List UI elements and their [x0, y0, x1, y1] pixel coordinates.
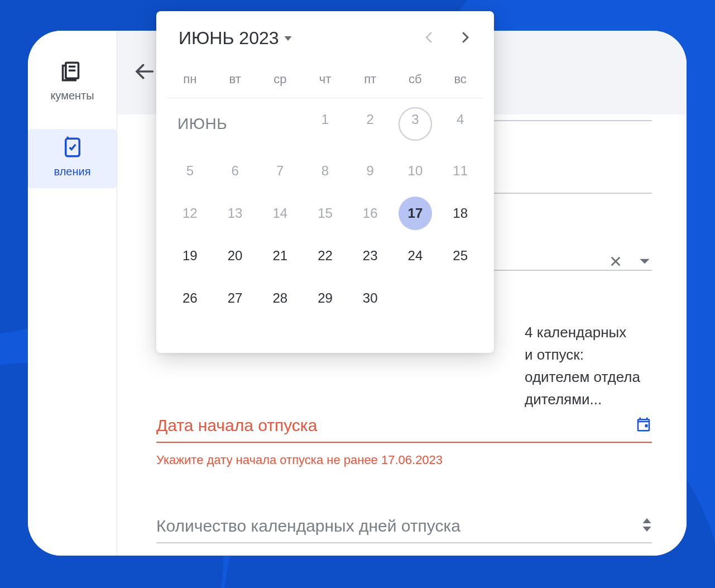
clear-icon[interactable]	[608, 254, 623, 271]
calendar-day[interactable]: 12	[167, 192, 213, 235]
date-start-label: Дата начала отпуска	[156, 416, 317, 435]
info-line: одителем отдела	[525, 366, 653, 388]
back-button[interactable]	[134, 60, 156, 85]
svg-rect-4	[645, 424, 648, 427]
calendar-day[interactable]: 28	[257, 277, 303, 319]
calendar-day[interactable]: 17	[393, 192, 438, 235]
calendar-day[interactable]: 18	[438, 192, 483, 235]
calendar-next-button[interactable]	[458, 31, 472, 46]
number-stepper-icon[interactable]	[642, 517, 652, 536]
calendar-day[interactable]: 10	[393, 150, 438, 192]
calendar-dow: ср	[257, 65, 303, 98]
calendar-day[interactable]: 5	[167, 150, 213, 192]
calendar-dow: пт	[348, 65, 393, 98]
calendar-grid: пнвтсрчтптсбвсИЮНЬ1234567891011121314151…	[167, 65, 483, 319]
calendar-day[interactable]: 19	[167, 235, 213, 277]
calendar-day[interactable]: 8	[303, 150, 348, 192]
calendar-day[interactable]: 3	[393, 98, 438, 150]
calendar-day[interactable]: 29	[303, 277, 348, 319]
calendar-prev-button[interactable]	[423, 31, 436, 46]
calendar-day[interactable]: 11	[438, 150, 483, 192]
day-count-field[interactable]: Количество календарных дней отпуска	[156, 517, 652, 543]
chevron-down-icon[interactable]	[637, 254, 652, 271]
calendar-dow: пн	[167, 65, 213, 98]
calendar-day[interactable]: 13	[213, 192, 258, 235]
calendar-day	[438, 277, 483, 319]
calendar-dow: сб	[393, 65, 438, 98]
calendar-popover: ИЮНЬ 2023 пнвтсрчтптсбвсИЮНЬ123456789101…	[156, 11, 494, 353]
calendar-day[interactable]: 9	[348, 150, 393, 192]
calendar-day[interactable]: 2	[348, 98, 393, 150]
day-count-label: Количество календарных дней отпуска	[156, 517, 460, 536]
calendar-day[interactable]: 26	[167, 277, 213, 319]
calendar-dow: вт	[213, 65, 258, 98]
info-line: 4 календарных	[525, 321, 653, 343]
calendar-icon[interactable]	[635, 416, 652, 435]
info-text: 4 календарных и отпуск: одителем отдела …	[525, 321, 653, 410]
calendar-day	[393, 277, 438, 319]
calendar-day[interactable]: 27	[213, 277, 258, 319]
sidebar-item-label: вления	[54, 165, 90, 178]
info-line: и отпуск:	[525, 343, 653, 366]
calendar-day[interactable]: 30	[348, 277, 393, 319]
chevron-down-icon	[284, 34, 292, 43]
calendar-day[interactable]: 23	[348, 235, 393, 277]
calendar-day[interactable]: 22	[303, 235, 348, 277]
calendar-day[interactable]: 20	[213, 235, 258, 277]
sidebar-item-documents[interactable]: кументы	[28, 53, 117, 112]
calendar-day[interactable]: 7	[257, 150, 303, 192]
sidebar-item-label: кументы	[50, 89, 94, 102]
calendar-day[interactable]: 6	[213, 150, 258, 192]
calendar-day[interactable]: 16	[348, 192, 393, 235]
calendar-dow: вс	[438, 65, 483, 98]
sidebar-item-applications[interactable]: вления	[28, 129, 117, 188]
calendar-day[interactable]: 25	[438, 235, 483, 277]
calendar-day[interactable]: 21	[257, 235, 303, 277]
calendar-day[interactable]: 4	[438, 98, 483, 150]
calendar-title: ИЮНЬ 2023	[179, 28, 279, 49]
date-start-field[interactable]: Дата начала отпуска	[156, 416, 652, 443]
calendar-day[interactable]: 14	[257, 192, 303, 235]
calendar-day[interactable]: 24	[393, 235, 438, 277]
info-line: дителями...	[525, 388, 653, 410]
date-start-hint: Укажите дату начала отпуска не ранее 17.…	[156, 453, 443, 467]
checklist-icon	[61, 136, 84, 162]
documents-icon	[61, 60, 84, 86]
calendar-dow: чт	[303, 65, 348, 98]
calendar-day[interactable]: 1	[303, 98, 348, 150]
calendar-month-label: ИЮНЬ	[167, 98, 303, 150]
calendar-month-selector[interactable]: ИЮНЬ 2023	[179, 28, 292, 49]
calendar-day[interactable]: 15	[303, 192, 348, 235]
sidebar: кументы вления	[28, 31, 117, 556]
